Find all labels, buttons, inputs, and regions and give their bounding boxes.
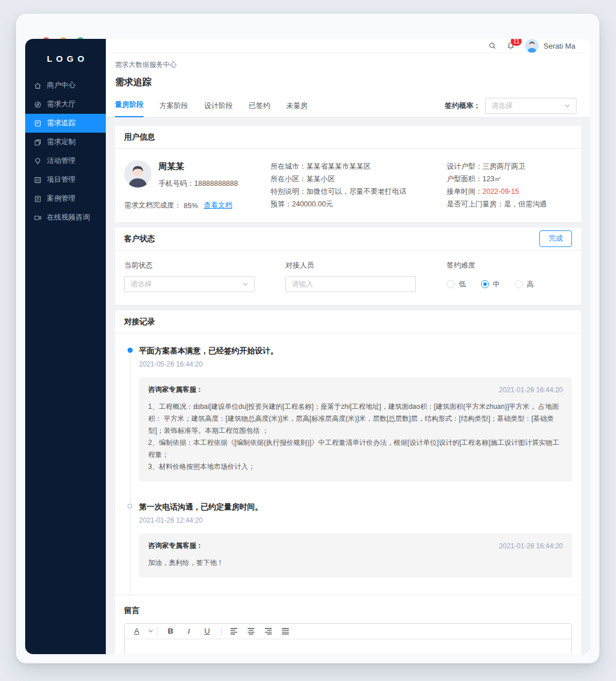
doc-completion-value: 85% [184,202,198,210]
sidebar-item-label: 需求追踪 [47,118,75,128]
notification-badge: 11 [511,39,522,46]
radio-icon [481,280,489,288]
home-icon [34,82,42,90]
view-document-link[interactable]: 查看文档 [204,201,232,210]
sidebar-item-merchant-center[interactable]: 商户中心 [25,76,106,95]
app-window: LOGO 商户中心 需求大厅 需求追踪 需求定制 活动管理 [16,14,599,663]
timeline-dot-icon [128,504,132,508]
message-input[interactable] [125,639,571,654]
radio-label: 中 [493,280,500,289]
reply-body: 1、工程概况：由bai[建设单位du]投资兴建的[工程名称]；座落于zhi[工程… [148,401,563,473]
radio-icon [515,280,523,288]
reply-line: 2、编制依据：本工程依据《[编制依据(执行报价规则)]》中工程量清单计价办法，根… [148,437,563,461]
tab-measure-stage[interactable]: 量房阶段 [115,100,144,117]
sidebar-item-project-management[interactable]: 项目管理 [25,170,106,189]
page-content: 用户信息 周某某 手机号码：18888888888 [106,118,590,654]
tabs: 量房阶段 方案阶段 设计阶段 已签约 未量房 签约概率： 请选择 [115,98,577,117]
customer-avatar [124,160,152,188]
record-reply: 咨询家专属客服： 2021-01-26 16:44:20 1、工程概况：由bai… [139,377,572,481]
sign-difficulty-label: 签约难度 [447,261,572,270]
select-placeholder: 请选择 [491,101,513,111]
underline-button[interactable]: U [202,626,212,636]
align-right-icon[interactable] [264,627,272,635]
tab-signed[interactable]: 已签约 [249,101,271,117]
section-title: 用户信息 [124,132,155,142]
video-icon [34,214,42,222]
record-title: 第一次电话沟通，已约定量房时间。 [139,502,572,512]
visit-label: 是否可上门量房： [447,200,504,208]
current-status-label: 当前状态 [124,261,255,270]
align-justify-icon[interactable] [281,627,289,635]
user-project-column: 设计户型：三房两厅两卫 户型面积：123㎡ 接单时间：2022-09-15 是否… [447,160,572,210]
design-type-label: 设计户型： [447,162,483,170]
sidebar-item-demand-customize[interactable]: 需求定制 [25,133,106,152]
contact-person-label: 对接人员 [285,261,416,270]
contact-person-input[interactable]: 请输入 [285,276,416,292]
bold-button[interactable]: B [165,626,176,636]
compass-icon [34,101,42,109]
community-value: 某某小区 [307,175,335,183]
toolbar-separator [157,627,157,636]
username: Serati Ma [543,42,575,50]
area-value: 123㎡ [483,175,502,183]
sidebar-item-label: 商户中心 [47,81,75,90]
sign-probability-filter: 签约概率： 请选择 [445,98,577,117]
sign-difficulty-radio-group: 低 中 高 [447,276,572,292]
reply-timestamp: 2021-01-26 16:44:20 [499,542,563,550]
message-label: 留言 [124,606,572,616]
topbar: 11 Serati Ma [106,39,590,53]
search-icon[interactable] [488,42,496,50]
sidebar-item-demand-hall[interactable]: 需求大厅 [25,95,106,114]
chevron-down-icon [243,281,248,287]
input-placeholder: 请输入 [292,280,313,289]
radio-difficulty-low[interactable]: 低 [447,280,466,289]
doc-completion-label: 需求文档完成度： [124,201,181,210]
customer-name: 周某某 [158,161,238,172]
avatar [525,39,539,53]
visit-value: 是，但需沟通 [504,200,547,208]
message-editor: A B I U [124,623,572,654]
record-timestamp: 2021-05-26 16:44:20 [139,360,572,368]
record-reply: 咨询家专属客服： 2021-01-26 16:44:20 加油，奥利给，签下他！ [139,533,572,578]
align-center-icon[interactable] [247,627,255,635]
tab-plan-stage[interactable]: 方案阶段 [160,101,188,117]
budget-label: 预算： [271,200,292,208]
city-value: 某某省某某市某某区 [307,162,371,170]
radio-label: 高 [527,280,534,289]
radio-difficulty-high[interactable]: 高 [515,280,534,289]
sign-probability-select[interactable]: 请选择 [485,98,577,114]
sidebar-item-case-management[interactable]: 案例管理 [25,189,106,208]
reply-timestamp: 2021-01-26 16:44:20 [499,386,563,394]
contact-records-card: 对接记录 平面方案基本满意，已经签约开始设计。 2021-05-26 16:44… [115,310,581,654]
note-value: 加微信可以，尽量不要老打电话 [307,188,407,196]
editor-toolbar: A B I U [125,624,571,639]
reply-line: 3、材料价格按照本地市场价计入； [148,461,563,473]
user-info-header: 用户信息 [115,126,581,149]
tab-design-stage[interactable]: 设计阶段 [204,101,233,117]
sidebar-item-online-video-consult[interactable]: 在线视频咨询 [25,208,106,227]
user-menu[interactable]: Serati Ma [525,39,575,53]
city-label: 所在城市： [271,162,307,170]
sidebar-item-activity-management[interactable]: 活动管理 [25,152,106,170]
font-color-button[interactable]: A [132,626,142,636]
budget-value: 240000.00元 [292,200,333,208]
community-label: 所在小区： [271,175,307,183]
record-title: 平面方案基本满意，已经签约开始设计。 [139,346,572,356]
finish-button[interactable]: 完成 [539,230,572,247]
radio-difficulty-medium[interactable]: 中 [481,280,500,289]
tab-unmeasured[interactable]: 未量房 [287,101,308,117]
contact-records-body: 平面方案基本满意，已经签约开始设计。 2021-05-26 16:44:20 咨… [115,333,581,595]
select-placeholder: 请选择 [130,280,152,289]
sidebar-item-label: 案例管理 [47,194,75,204]
user-identity-column: 周某某 手机号码：18888888888 需求文档完成度：85% 查看文档 [124,160,271,210]
message-section: 留言 A B I U [115,595,581,654]
align-left-icon[interactable] [230,627,238,635]
italic-button[interactable]: I [184,626,194,636]
current-status-select[interactable]: 请选择 [124,276,255,292]
chevron-down-icon[interactable] [145,626,156,636]
sidebar-item-demand-tracking[interactable]: 需求追踪 [25,114,106,133]
user-location-column: 所在城市：某某省某某市某某区 所在小区：某某小区 特别说明：加微信可以，尽量不要… [271,160,447,210]
radio-icon [447,280,455,288]
breadcrumb: 需求大数据服务中心 [115,60,577,70]
notifications-button[interactable]: 11 [507,42,515,50]
